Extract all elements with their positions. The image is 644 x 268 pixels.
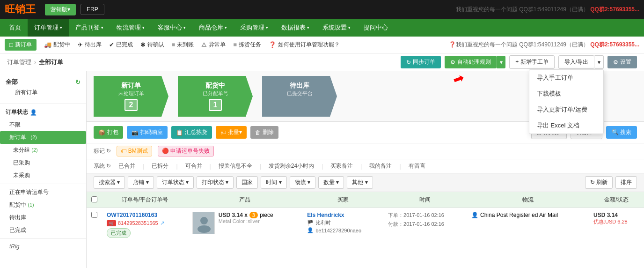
add-manual-btn[interactable]: + 新增手工单	[509, 55, 554, 69]
sidebar-status-purchased[interactable]: 已采购	[0, 156, 86, 169]
tag-message[interactable]: 有留言	[406, 161, 428, 171]
tag-icon: 🏷	[220, 129, 226, 136]
row-checkbox-cell[interactable]	[87, 208, 102, 242]
nav-orders[interactable]: 订单管理 ▾	[28, 19, 69, 37]
unpaid-btn[interactable]: ≡ 未到账	[172, 41, 194, 49]
nav-customer[interactable]: 客服中心 ▾	[151, 19, 192, 37]
delete-btn[interactable]: 🗑 删除	[250, 126, 278, 139]
sidebar-status-unlimited[interactable]: 不限	[0, 119, 86, 131]
marketing-btn[interactable]: 营销版▾	[45, 4, 76, 15]
pipeline-shipping: 配货中 已分配单号 1	[178, 76, 253, 117]
sidebar-applying[interactable]: 正在申请运单号	[0, 186, 86, 199]
sidebar-trig[interactable]: tRig	[0, 241, 86, 252]
filter-logistics[interactable]: 物流 ▾	[290, 176, 315, 189]
nav-products[interactable]: 产品刊登 ▾	[69, 19, 110, 37]
sync-order-btn[interactable]: ↻ 同步订单	[401, 56, 441, 68]
collect-label: 汇总拣货	[185, 128, 207, 136]
filter-quantity[interactable]: 数量 ▾	[318, 176, 344, 189]
nav-reports[interactable]: 数据报表 ▾	[275, 19, 316, 37]
tag-can-merge[interactable]: 可合并	[183, 161, 205, 171]
logistics-name: China Post Register ed Air Mail	[480, 212, 558, 218]
auto-process-dropdown-btn[interactable]: ▾	[497, 56, 505, 68]
pick-task-btn[interactable]: ≡ 拣货任务	[233, 41, 261, 49]
help-label: 如何使用订单管理功能？	[278, 41, 340, 49]
person-icon: 👤	[30, 109, 37, 116]
filter-order-status[interactable]: 订单状态 ▾	[157, 176, 194, 189]
sidebar-status-ungroup[interactable]: 未分组 (2)	[0, 144, 86, 156]
import-export-btn[interactable]: 导入/导出	[558, 55, 594, 69]
sidebar-pending-out[interactable]: 待出库	[0, 211, 86, 224]
row-checkbox[interactable]	[91, 212, 97, 218]
pack-btn[interactable]: 📦 打包	[94, 126, 123, 139]
filter-search[interactable]: 搜索器 ▾	[94, 176, 125, 189]
sidebar-shipping[interactable]: 配货中 (1)	[0, 199, 86, 211]
dropdown-import-update[interactable]: 导入更新订单/运费	[529, 102, 603, 118]
tag-customs-incomplete[interactable]: 报关信息不全	[216, 161, 255, 171]
shipping-btn[interactable]: 🚚 配货中	[44, 41, 70, 49]
breadcrumb: 订单管理 › 全部订单	[7, 58, 63, 67]
truck-icon: 🚚	[44, 41, 51, 48]
pipeline-pending-out: 待出库 已提交平台 0	[262, 76, 337, 117]
sidebar-status-unpurchased[interactable]: 未采购	[0, 169, 86, 182]
tag-buyer-remark[interactable]: 买家备注	[328, 161, 356, 171]
product-image[interactable]	[192, 212, 215, 234]
dropdown-import-manual[interactable]: 导入手工订单	[529, 70, 603, 86]
scan-btn[interactable]: 📷 扫码响应	[127, 126, 168, 139]
buyer-id[interactable]: be1142278290naeo	[315, 228, 361, 233]
help-icon: ❓	[269, 41, 276, 48]
sidebar-all-title: 全部 ↻	[6, 78, 80, 86]
nav-settings[interactable]: 系统设置 ▾	[316, 19, 357, 37]
help-btn[interactable]: ❓ 如何使用订单管理功能？	[269, 41, 340, 49]
collect-btn[interactable]: 📋 汇总拣货	[171, 126, 212, 139]
sidebar-all-orders[interactable]: 所有订单	[6, 86, 80, 99]
order-number[interactable]: OWT201701160163	[107, 212, 183, 218]
logistics-icon: 👤	[471, 212, 478, 218]
nav-home[interactable]: 首页	[2, 19, 28, 37]
dropdown-export-excel[interactable]: 导出 Excel 文档	[529, 118, 603, 134]
breadcrumb-parent[interactable]: 订单管理	[7, 58, 31, 67]
sidebar-status-group: 订单状态 👤	[0, 106, 86, 119]
confirm-btn[interactable]: ✱ 待确认	[140, 41, 164, 49]
tag-24h[interactable]: 发货剩余24小时内	[266, 161, 317, 171]
new-order-btn[interactable]: □ 新订单	[5, 39, 37, 51]
buyer-name[interactable]: Els Hendrickx	[307, 212, 379, 218]
tag-merged[interactable]: 已合并	[116, 161, 138, 171]
sort-btn[interactable]: 排序	[615, 176, 637, 189]
settings-btn[interactable]: ⚙ 设置	[607, 56, 637, 68]
nav-goods[interactable]: 商品仓库 ▾	[192, 19, 234, 37]
filter-shop[interactable]: 店铺 ▾	[128, 176, 154, 189]
sidebar-status-new[interactable]: 新订单 (2)	[0, 131, 86, 144]
erp-btn[interactable]: ERP	[80, 4, 104, 15]
product-unit: piece	[260, 212, 273, 218]
filter-other[interactable]: 其他 ▾	[347, 176, 373, 189]
select-all-checkbox[interactable]	[91, 196, 97, 202]
nav-purchase[interactable]: 采购管理 ▾	[234, 19, 275, 37]
nav-help[interactable]: 提问中心	[357, 19, 395, 37]
logistics-cell: 👤 China Post Register ed Air Mail	[467, 208, 589, 242]
search-btn[interactable]: 🔍 搜索	[606, 126, 637, 139]
sidebar-refresh-icon[interactable]: ↻	[75, 79, 80, 86]
edit-link-icon[interactable]: ↗	[160, 220, 165, 226]
completed-btn[interactable]: ✔ 已完成	[109, 41, 133, 49]
nav-logistics[interactable]: 物流管理 ▾	[110, 19, 151, 37]
pending-out-btn[interactable]: ✈ 待出库	[78, 41, 102, 49]
auto-process-btn[interactable]: ⚙ 自动处理规则	[445, 56, 497, 68]
auto-label: 自动处理规则	[457, 58, 491, 66]
tag-apply-fail[interactable]: 🔴 申请运单号失败	[158, 146, 214, 156]
new-order-label: 新订单	[15, 41, 32, 49]
abnormal-btn[interactable]: ⚠ 异常单	[201, 41, 226, 49]
import-export-dropdown-btn[interactable]: ▾	[594, 55, 604, 69]
tag-my-remark[interactable]: 我的备注	[366, 161, 395, 171]
filter-country[interactable]: 国家	[236, 176, 258, 189]
refresh-btn[interactable]: ↻ 刷新	[585, 176, 613, 189]
filter-print-status[interactable]: 打印状态 ▾	[197, 176, 234, 189]
th-order-no: 订单号/平台订单号	[102, 192, 188, 208]
batch-btn[interactable]: 🏷 批量▾	[216, 126, 247, 139]
filter-time[interactable]: 时间 ▾	[261, 176, 286, 189]
sidebar-done[interactable]: 已完成	[0, 224, 86, 237]
platform-id[interactable]: 81429528351565	[118, 220, 158, 226]
app-logo: 旺销王	[5, 2, 36, 16]
tag-bm-test[interactable]: 🏷 BM测试	[117, 146, 152, 156]
tag-split[interactable]: 已拆分	[149, 161, 171, 171]
dropdown-download-template[interactable]: 下载模板	[529, 86, 603, 102]
